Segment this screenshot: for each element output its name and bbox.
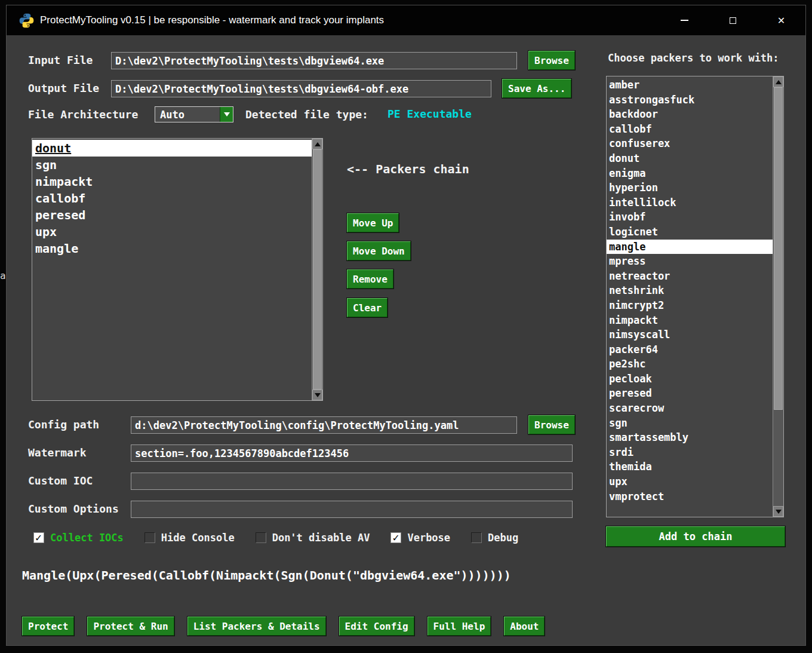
packer-item[interactable]: enigma bbox=[607, 166, 773, 181]
desktop-background: a ProtectMyTooling v0.15 | be responsibl… bbox=[0, 0, 812, 653]
minimize-icon bbox=[681, 20, 688, 21]
move-down-button[interactable]: Move Down bbox=[347, 241, 411, 260]
checkbox-box[interactable] bbox=[33, 532, 44, 543]
packer-item[interactable]: vmprotect bbox=[607, 489, 773, 504]
detected-file-type-value: PE Executable bbox=[387, 108, 472, 120]
scroll-down-button[interactable] bbox=[312, 390, 322, 400]
list-packers-details-button[interactable]: List Packers & Details bbox=[187, 617, 326, 636]
packer-item[interactable]: mangle bbox=[607, 240, 773, 255]
close-button[interactable]: ✕ bbox=[757, 5, 805, 35]
protect-and-run-button[interactable]: Protect & Run bbox=[87, 617, 174, 636]
scrollbar-track[interactable] bbox=[773, 87, 783, 506]
checkbox-label: Collect IOCs bbox=[50, 532, 124, 544]
packer-item[interactable]: logicnet bbox=[607, 225, 773, 240]
checkbox-box[interactable] bbox=[471, 532, 482, 543]
packer-item[interactable]: upx bbox=[607, 474, 773, 489]
maximize-button[interactable] bbox=[709, 5, 757, 35]
option-checkbox[interactable]: Hide Console bbox=[144, 532, 235, 544]
chain-item[interactable]: peresed bbox=[32, 207, 312, 223]
full-help-button[interactable]: Full Help bbox=[427, 617, 491, 636]
move-up-button[interactable]: Move Up bbox=[347, 213, 399, 232]
checkbox-box[interactable] bbox=[144, 532, 155, 543]
add-to-chain-button[interactable]: Add to chain bbox=[606, 526, 785, 547]
packer-item[interactable]: smartassembly bbox=[607, 430, 773, 445]
custom-ioc-label: Custom IOC bbox=[28, 474, 93, 488]
background-artifact: a bbox=[0, 270, 6, 281]
packer-item[interactable]: srdi bbox=[607, 445, 773, 460]
packer-item[interactable]: netshrink bbox=[607, 283, 773, 298]
command-preview: Mangle(Upx(Peresed(Callobf(Nimpackt(Sgn(… bbox=[22, 568, 511, 583]
option-checkbox[interactable]: Collect IOCs bbox=[33, 532, 124, 544]
packer-item[interactable]: intellilock bbox=[607, 195, 773, 210]
option-checkbox[interactable]: Debug bbox=[471, 532, 518, 544]
clear-button[interactable]: Clear bbox=[347, 298, 387, 317]
packer-item[interactable]: hyperion bbox=[607, 180, 773, 195]
packer-item[interactable]: confuserex bbox=[607, 136, 773, 151]
scrollbar-track[interactable] bbox=[312, 149, 322, 390]
chain-item[interactable]: sgn bbox=[32, 157, 312, 173]
input-file-field[interactable] bbox=[111, 52, 517, 69]
file-architecture-value: Auto bbox=[155, 109, 220, 121]
packer-item[interactable]: packer64 bbox=[607, 342, 773, 357]
custom-options-field[interactable] bbox=[131, 501, 573, 518]
chain-item[interactable]: mangle bbox=[32, 240, 312, 257]
edit-config-button[interactable]: Edit Config bbox=[339, 617, 414, 636]
packers-scrollbar[interactable] bbox=[773, 76, 783, 517]
chain-item[interactable]: donut bbox=[32, 140, 312, 157]
remove-button[interactable]: Remove bbox=[347, 269, 393, 289]
arrow-down-icon bbox=[315, 393, 321, 397]
available-packers-listbox: amberasstrongasfuckbackdoorcallobfconfus… bbox=[606, 76, 784, 517]
titlebar[interactable]: ProtectMyTooling v0.15 | be responsible … bbox=[7, 5, 805, 35]
packer-item[interactable]: sgn bbox=[607, 416, 773, 431]
chain-item[interactable]: nimpackt bbox=[32, 173, 312, 190]
custom-ioc-field[interactable] bbox=[131, 473, 573, 490]
file-architecture-label: File Architecture bbox=[28, 108, 138, 121]
output-file-label: Output File bbox=[28, 82, 99, 95]
input-browse-button[interactable]: Browse bbox=[528, 51, 575, 70]
output-file-field[interactable] bbox=[111, 80, 491, 97]
actions-bar: Protect Protect & Run List Packers & Det… bbox=[22, 617, 545, 636]
packer-item[interactable]: nimcrypt2 bbox=[607, 298, 773, 313]
chain-item[interactable]: upx bbox=[32, 223, 312, 240]
scrollbar-thumb[interactable] bbox=[774, 87, 783, 410]
chevron-down-icon[interactable] bbox=[220, 107, 233, 122]
watermark-field[interactable] bbox=[131, 444, 573, 462]
packer-item[interactable]: themida bbox=[607, 459, 773, 474]
arrow-up-icon bbox=[776, 80, 782, 84]
chain-scrollbar[interactable] bbox=[312, 139, 322, 400]
checkbox-box[interactable] bbox=[256, 532, 266, 543]
scroll-up-button[interactable] bbox=[312, 139, 322, 149]
packer-item[interactable]: donut bbox=[607, 151, 773, 166]
chain-item[interactable]: callobf bbox=[32, 190, 312, 207]
python-logo-icon bbox=[19, 13, 35, 29]
file-architecture-select[interactable]: Auto bbox=[155, 106, 233, 122]
scroll-down-button[interactable] bbox=[773, 506, 783, 517]
checkbox-label: Hide Console bbox=[161, 532, 235, 544]
about-button[interactable]: About bbox=[504, 617, 545, 636]
option-checkbox[interactable]: Verbose bbox=[390, 532, 450, 544]
scroll-up-button[interactable] bbox=[773, 76, 783, 87]
packer-item[interactable]: backdoor bbox=[607, 107, 773, 122]
packer-item[interactable]: nimsyscall bbox=[607, 327, 773, 342]
packer-item[interactable]: invobf bbox=[607, 210, 773, 225]
packer-item[interactable]: amber bbox=[607, 78, 773, 93]
packer-item[interactable]: netreactor bbox=[607, 269, 773, 284]
option-checkbox[interactable]: Don't disable AV bbox=[256, 532, 370, 544]
packer-item[interactable]: mpress bbox=[607, 254, 773, 269]
packer-item[interactable]: asstrongasfuck bbox=[607, 93, 773, 108]
packer-item[interactable]: pe2shc bbox=[607, 357, 773, 372]
minimize-button[interactable] bbox=[660, 5, 709, 35]
config-path-field[interactable] bbox=[131, 416, 517, 434]
protect-button[interactable]: Protect bbox=[22, 617, 74, 636]
packer-item[interactable]: pecloak bbox=[607, 372, 773, 387]
chain-items: donutsgnnimpacktcallobfperesedupxmangle bbox=[32, 139, 312, 400]
packer-item[interactable]: callobf bbox=[607, 122, 773, 137]
packer-item[interactable]: peresed bbox=[607, 386, 773, 401]
packer-item[interactable]: nimpackt bbox=[607, 313, 773, 328]
scrollbar-thumb[interactable] bbox=[313, 149, 322, 390]
checkbox-box[interactable] bbox=[390, 532, 401, 543]
config-browse-button[interactable]: Browse bbox=[528, 415, 575, 434]
save-as-button[interactable]: Save As... bbox=[502, 79, 571, 98]
packer-item[interactable]: scarecrow bbox=[607, 401, 773, 416]
window-title: ProtectMyTooling v0.15 | be responsible … bbox=[40, 14, 384, 26]
